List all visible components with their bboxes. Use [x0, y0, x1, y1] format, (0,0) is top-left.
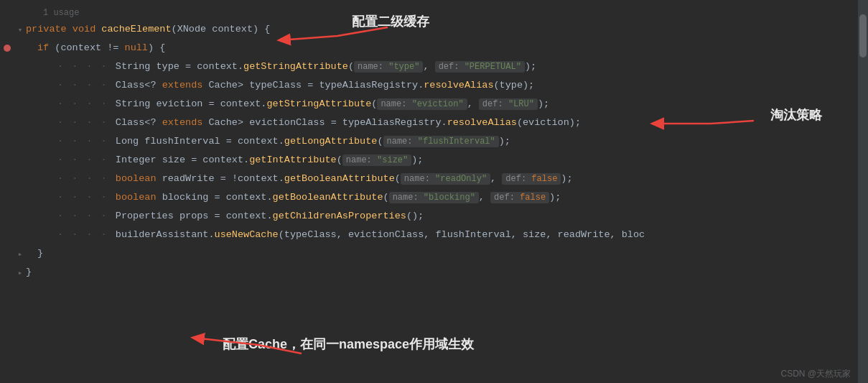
- code-readwrite: · · · · boolean readWrite = !context.get…: [26, 170, 858, 188]
- line-props: · · · · Properties props = context.getCh…: [0, 207, 858, 226]
- line-blocking: · · · · boolean blocking = context.getBo…: [0, 188, 858, 207]
- line-evictionclass: · · · · Class<? extends Cache> evictionC…: [0, 114, 858, 132]
- line-method: ▾ private void cacheElement(XNode contex…: [0, 20, 858, 39]
- code-evictionclass: · · · · Class<? extends Cache> evictionC…: [26, 114, 858, 132]
- line-size: · · · · Integer size = context.getIntAtt…: [0, 151, 858, 170]
- code-type: · · · · String type = context.getStringA…: [26, 57, 858, 76]
- line-eviction: · · · · String eviction = context.getStr…: [0, 95, 858, 114]
- code-method: private void cacheElement(XNode context)…: [26, 20, 858, 39]
- scrollbar-thumb[interactable]: [859, 14, 867, 57]
- line-flush: · · · · Long flushInterval = context.get…: [0, 132, 858, 151]
- usage-line: 1 usage: [0, 6, 858, 20]
- fold-close-method: ▸: [14, 268, 26, 277]
- code-props: · · · · Properties props = context.getCh…: [26, 207, 858, 226]
- annotation-title3: 配置Cache，在同一namespace作用域生效: [223, 336, 474, 353]
- code-builder: · · · · builderAssistant.useNewCache(typ…: [26, 226, 858, 244]
- line-close-if: ▸ }: [0, 244, 858, 263]
- code-size: · · · · Integer size = context.getIntAtt…: [26, 151, 858, 170]
- breakpoint-if: [0, 45, 14, 52]
- code-typeclass: · · · · Class<? extends Cache> typeClass…: [26, 76, 858, 95]
- code-close-method: }: [26, 263, 858, 282]
- fold-close-if: ▸: [14, 249, 26, 259]
- line-readwrite: · · · · boolean readWrite = !context.get…: [0, 170, 858, 188]
- fold-method: ▾: [14, 25, 26, 34]
- line-type: · · · · String type = context.getStringA…: [0, 57, 858, 76]
- vertical-scrollbar[interactable]: [858, 0, 868, 383]
- code-close-if: }: [26, 244, 858, 263]
- line-typeclass: · · · · Class<? extends Cache> typeClass…: [0, 76, 858, 95]
- code-if: if (context != null) {: [26, 39, 858, 57]
- footer-credit: CSDN @天然玩家: [775, 365, 857, 383]
- line-if: if (context != null) {: [0, 39, 858, 57]
- line-builder: · · · · builderAssistant.useNewCache(typ…: [0, 226, 858, 244]
- usage-text: 1 usage: [43, 8, 79, 18]
- code-flush: · · · · Long flushInterval = context.get…: [26, 132, 858, 151]
- code-editor: 1 usage ▾ private void cacheElement(XNod…: [0, 0, 858, 383]
- breakpoint-dot: [4, 45, 11, 52]
- code-eviction: · · · · String eviction = context.getStr…: [26, 95, 858, 114]
- code-blocking: · · · · boolean blocking = context.getBo…: [26, 188, 858, 207]
- main-container: 1 usage ▾ private void cacheElement(XNod…: [0, 0, 868, 383]
- line-close-method: ▸ }: [0, 263, 858, 282]
